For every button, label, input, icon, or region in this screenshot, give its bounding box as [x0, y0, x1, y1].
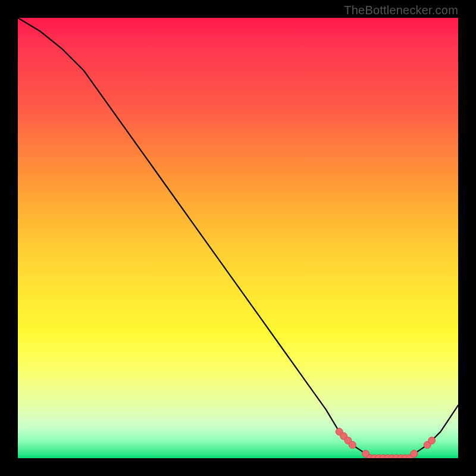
curve-markers: [336, 428, 435, 458]
curve-marker: [411, 450, 418, 458]
heatmap-plot-area: [18, 18, 458, 458]
curve-marker: [349, 441, 356, 449]
curve-marker: [428, 437, 436, 444]
curve-overlay-svg: [18, 18, 458, 458]
bottleneck-curve: [18, 18, 458, 458]
chart-frame: TheBottlenecker.com: [0, 0, 476, 476]
watermark-text: TheBottlenecker.com: [344, 4, 458, 17]
